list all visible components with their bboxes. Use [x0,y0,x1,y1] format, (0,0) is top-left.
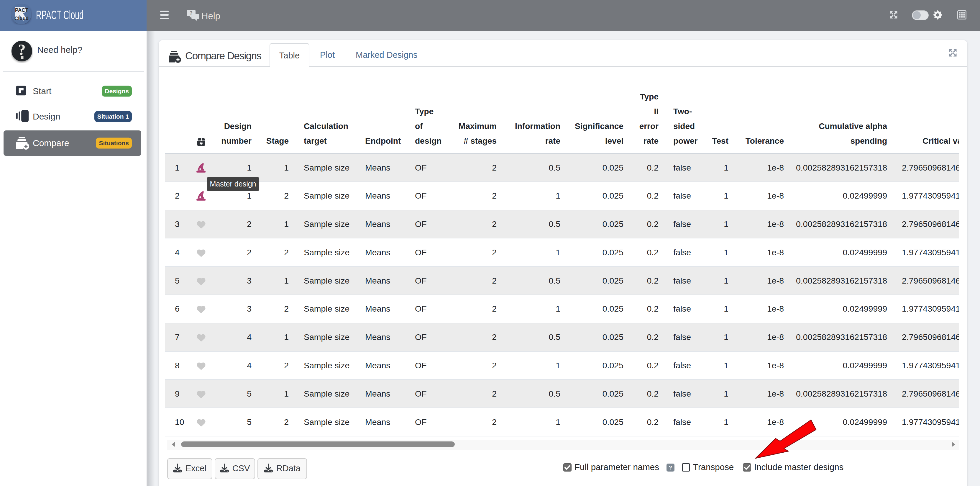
svg-text:PACT: PACT [15,7,29,13]
svg-text:?: ? [669,465,672,471]
svg-text:Cloud: Cloud [14,16,29,21]
svg-text:?: ? [189,11,192,16]
svg-text:?: ? [18,41,25,58]
